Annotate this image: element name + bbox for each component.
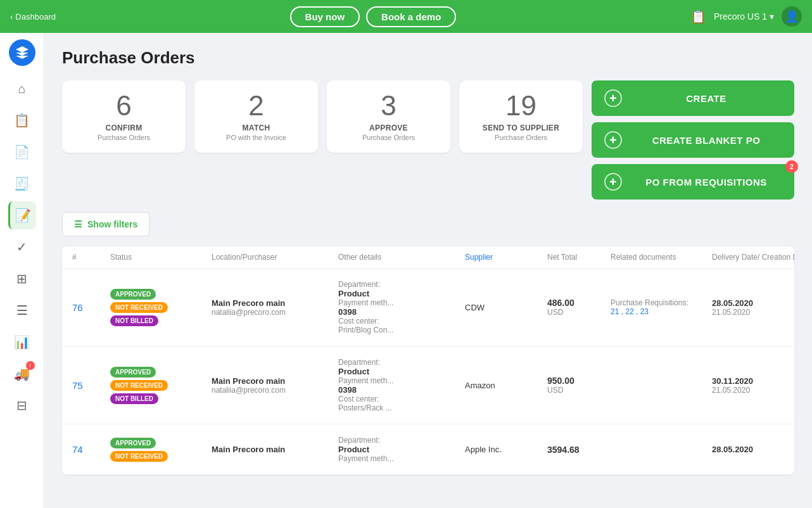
create-blanket-label: CREATE BLANKET PO — [631, 135, 782, 146]
supplier-74: Apple Inc. — [465, 445, 547, 454]
creation-date: 21.05.2020 — [712, 386, 794, 395]
chart-icon: 📊 — [14, 334, 30, 350]
sidebar-item-delivery[interactable]: 🚚! — [8, 360, 36, 388]
dept-val: Product — [338, 445, 465, 454]
sidebar-item-document[interactable]: 📄 — [8, 138, 36, 166]
col-header-num: # — [72, 253, 110, 262]
back-to-dashboard[interactable]: ‹ Dashboard — [10, 12, 56, 22]
col-header-status: Status — [110, 253, 212, 262]
sidebar-item-home[interactable]: ⌂ — [8, 75, 36, 103]
row-number-76[interactable]: 76 — [72, 302, 110, 313]
badge-approved: APPROVED — [110, 367, 156, 378]
sidebar-item-grid[interactable]: ⊞ — [8, 265, 36, 293]
main-content: Purchase Orders 6 CONFIRM Purchase Order… — [44, 33, 812, 508]
net-total-76: 486.00 USD — [547, 298, 611, 317]
stat-label-send: SEND TO SUPPLIER — [472, 124, 570, 132]
delivery-date: 30.11.2020 — [712, 376, 794, 386]
nav-action-buttons: Buy now Book a demo — [290, 6, 457, 27]
location-name: Main Precoro main — [212, 298, 338, 308]
table-row: 74 APPROVED NOT RECEIVED Main Precoro ma… — [62, 424, 794, 474]
table-row: 75 APPROVED NOT RECEIVED NOT BILLED Main… — [62, 346, 794, 424]
top-row: 6 CONFIRM Purchase Orders 2 MATCH PO wit… — [62, 80, 794, 200]
stat-label-approve: APPROVE — [339, 124, 438, 132]
back-chevron: ‹ — [10, 12, 13, 22]
sidebar-item-check[interactable]: ✓ — [8, 233, 36, 261]
book-demo-button[interactable]: Book a demo — [366, 6, 456, 27]
location-name: Main Precoro main — [212, 445, 338, 454]
invoice-icon: 🧾 — [14, 176, 30, 191]
badge-not-billed: NOT BILLED — [110, 315, 158, 326]
stat-num-confirm: 6 — [75, 92, 173, 120]
main-layout: ⌂ 📋 📄 🧾 📝 ✓ ⊞ ☰ 📊 🚚! ⊟ Purchase Orders 6… — [0, 33, 812, 508]
related-links[interactable]: 21 , 22 , 23 — [611, 307, 712, 316]
filter-icon: ☰ — [74, 219, 82, 229]
menu-icon: ☰ — [16, 303, 28, 318]
location-col-76: Main Precoro main nataliia@precoro.com — [212, 298, 338, 317]
stat-card-send-to-supplier[interactable]: 19 SEND TO SUPPLIER Purchase Orders — [459, 80, 583, 153]
delivery-date: 28.05.2020 — [712, 445, 794, 454]
stat-card-match[interactable]: 2 MATCH PO with the Invoice — [194, 80, 318, 153]
app-logo[interactable] — [9, 39, 35, 66]
sidebar-item-invoice[interactable]: 🧾 — [8, 170, 36, 198]
status-badges-74: APPROVED NOT RECEIVED — [110, 438, 212, 462]
stat-sublabel-send: Purchase Orders — [472, 134, 570, 141]
list-icon: 📋 — [14, 113, 30, 128]
cost-val: Print/Blog Con... — [338, 326, 465, 334]
sidebar: ⌂ 📋 📄 🧾 📝 ✓ ⊞ ☰ 📊 🚚! ⊟ — [0, 33, 44, 508]
stat-sublabel-approve: Purchase Orders — [339, 134, 438, 141]
create-blanket-po-button[interactable]: + CREATE BLANKET PO — [592, 122, 794, 158]
notification-icon[interactable]: 📋 — [690, 9, 706, 24]
buy-now-button[interactable]: Buy now — [290, 6, 360, 27]
table-header: # Status Location/Purchaser Other detail… — [62, 246, 794, 269]
related-76: Purchase Requisitions: 21 , 22 , 23 — [611, 298, 712, 316]
row-number-75[interactable]: 75 — [72, 380, 110, 391]
col-header-supplier: Supplier — [465, 253, 547, 262]
date-col-75: 30.11.2020 21.05.2020 — [712, 376, 794, 395]
po-from-requisitions-button[interactable]: + PO FROM REQUISITIONS 2 — [592, 164, 794, 200]
org-name-label: Precoro US 1 — [714, 11, 767, 22]
cost-label: Cost center: — [338, 317, 465, 326]
show-filters-button[interactable]: ☰ Show filters — [62, 212, 149, 236]
dept-val: Product — [338, 367, 465, 376]
sidebar-item-menu[interactable]: ☰ — [8, 296, 36, 324]
requisition-plus-icon: + — [604, 173, 622, 191]
sidebar-item-storage[interactable]: ⊟ — [8, 391, 36, 419]
stat-sublabel-match: PO with the Invoice — [207, 134, 305, 141]
status-badges-76: APPROVED NOT RECEIVED NOT BILLED — [110, 289, 212, 326]
user-avatar[interactable]: 👤 — [782, 6, 802, 27]
badge-approved: APPROVED — [110, 289, 156, 300]
payment-label: Payment meth... — [338, 298, 465, 307]
stat-card-confirm[interactable]: 6 CONFIRM Purchase Orders — [62, 80, 186, 153]
status-badges-75: APPROVED NOT RECEIVED NOT BILLED — [110, 367, 212, 404]
location-email: nataliia@precoro.com — [212, 386, 338, 395]
action-buttons: + CREATE + CREATE BLANKET PO + PO FROM R… — [592, 80, 794, 200]
filter-row: ☰ Show filters — [62, 212, 794, 236]
details-col-76: Department: Product Payment meth... 0398… — [338, 280, 465, 334]
delivery-date: 28.05.2020 — [712, 298, 794, 308]
stat-num-send: 19 — [472, 92, 570, 120]
storage-icon: ⊟ — [16, 398, 27, 413]
sidebar-item-chart[interactable]: 📊 — [8, 328, 36, 356]
org-selector[interactable]: Precoro US 1 ▾ — [714, 11, 774, 22]
details-col-75: Department: Product Payment meth... 0398… — [338, 358, 465, 412]
col-header-related: Related documents — [611, 253, 712, 262]
col-header-date: Delivery Date/ Creation Date — [712, 253, 794, 262]
top-navigation: ‹ Dashboard Buy now Book a demo 📋 Precor… — [0, 0, 812, 33]
net-total-75: 950.00 USD — [547, 376, 611, 395]
sidebar-item-purchase-orders[interactable]: 📝 — [8, 201, 36, 229]
create-label: CREATE — [631, 93, 782, 104]
dept-val: Product — [338, 289, 465, 298]
sidebar-item-list[interactable]: 📋 — [8, 106, 36, 134]
dashboard-link-label: Dashboard — [15, 12, 56, 22]
stat-card-approve[interactable]: 3 APPROVE Purchase Orders — [327, 80, 450, 153]
stat-label-confirm: CONFIRM — [75, 124, 173, 132]
create-plus-icon: + — [604, 89, 622, 107]
row-number-74[interactable]: 74 — [72, 444, 110, 455]
stat-label-match: MATCH — [207, 124, 305, 132]
supplier-75: Amazon — [465, 381, 547, 390]
date-col-76: 28.05.2020 21.05.2020 — [712, 298, 794, 317]
create-button[interactable]: + CREATE — [592, 80, 794, 116]
location-name: Main Precoro main — [212, 376, 338, 386]
badge-approved: APPROVED — [110, 438, 156, 448]
dept-label: Department: — [338, 436, 465, 445]
